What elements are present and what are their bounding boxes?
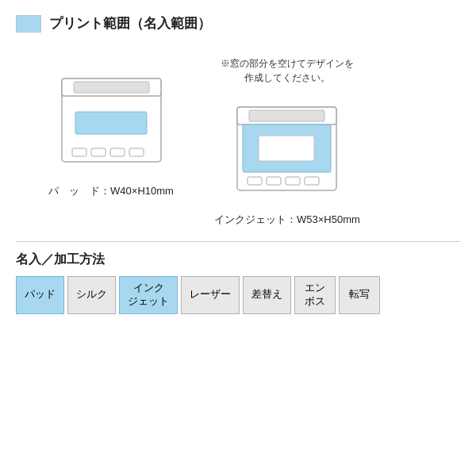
svg-rect-3 (75, 112, 147, 134)
legend-color-box (16, 15, 41, 33)
method-sashikae[interactable]: 差替え (243, 276, 291, 314)
svg-rect-2 (74, 82, 149, 93)
method-laser[interactable]: レーザー (181, 276, 240, 314)
svg-rect-6 (110, 148, 125, 156)
legend-row: プリント範囲（名入範囲） (16, 14, 460, 33)
method-silk[interactable]: シルク (67, 276, 116, 314)
diagram-inkjet-label: インクジェット：W53×H50mm (214, 213, 360, 227)
page: プリント範囲（名入範囲） パ ッ ド：W40×H10mm (0, 0, 476, 476)
svg-rect-16 (305, 177, 319, 185)
svg-rect-4 (72, 148, 86, 156)
method-emboss[interactable]: エンボス (294, 276, 336, 314)
svg-rect-12 (259, 136, 314, 161)
method-tensha[interactable]: 転写 (339, 276, 380, 314)
svg-rect-14 (267, 177, 281, 185)
diagram-inkjet: ※窓の部分を空けてデザインを作成してください。 インクジェット：W53×H50m… (214, 56, 360, 227)
diagram-pad-label: パ ッ ド：W40×H10mm (48, 184, 174, 198)
svg-rect-7 (129, 148, 144, 156)
diagram-pad-svg (50, 63, 173, 178)
legend-label: プリント範囲（名入範囲） (49, 14, 211, 33)
svg-rect-13 (248, 177, 262, 185)
diagram-inkjet-svg (225, 91, 348, 206)
diagrams-row: パ ッ ド：W40×H10mm ※窓の部分を空けてデザインを作成してください。 (40, 56, 460, 227)
svg-rect-5 (91, 148, 106, 156)
svg-rect-15 (286, 177, 300, 185)
meishi-title: 名入／加工方法 (16, 251, 460, 268)
diagram-inkjet-note: ※窓の部分を空けてデザインを作成してください。 (216, 56, 359, 85)
meishi-section: 名入／加工方法 パッド シルク インクジェット レーザー 差替え エンボス 転写 (16, 251, 460, 314)
method-inkjet[interactable]: インクジェット (119, 276, 178, 314)
svg-rect-10 (249, 110, 324, 121)
divider (16, 241, 460, 242)
diagram-pad: パ ッ ド：W40×H10mm (40, 56, 182, 198)
method-buttons: パッド シルク インクジェット レーザー 差替え エンボス 転写 (16, 276, 460, 314)
method-pad[interactable]: パッド (16, 276, 64, 314)
